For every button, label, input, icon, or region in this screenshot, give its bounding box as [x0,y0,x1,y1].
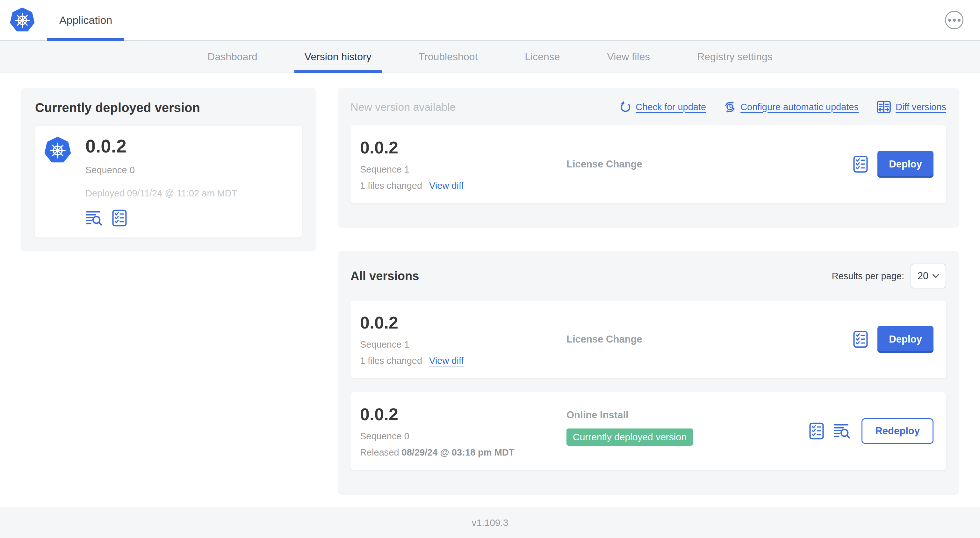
kubernetes-logo-icon [44,136,72,164]
tab-license[interactable]: License [514,41,570,73]
update-links: Check for update Configure automatic upd… [619,101,946,113]
app-header: Application [0,0,980,41]
version-details: 0.0.2 Sequence 0 Released 08/29/24 @ 03:… [360,404,566,458]
version-source-area: Online Install Currently deployed versio… [566,404,809,458]
preflight-checks-icon[interactable] [112,209,127,227]
deploy-logs-icon[interactable] [85,210,104,226]
main-content: Currently deployed version 0.0.2 Sequenc… [0,73,980,507]
app-footer: v1.109.3 [0,507,980,538]
tab-troubleshoot[interactable]: Troubleshoot [409,41,488,73]
version-source-area: License Change [566,138,853,191]
sequence-label: Sequence 1 [360,340,566,350]
version-details: 0.0.2 Sequence 1 1 files changed View di… [360,138,566,191]
preflight-checks-icon[interactable] [853,156,868,173]
results-per-page-label: Results per page: [832,271,904,281]
app-title: Application [59,14,112,26]
version-source-label: License Change [566,159,642,170]
app-page: Application Dashboard Version history Tr… [0,0,980,538]
tab-dashboard[interactable]: Dashboard [197,41,267,73]
diff-versions-label: Diff versions [896,102,946,113]
refresh-ccw-icon [619,101,631,113]
chevron-down-icon [932,274,939,278]
tab-registry-settings[interactable]: Registry settings [687,41,783,73]
currently-deployed-card: 0.0.2 Sequence 0 Deployed 09/11/24 @ 11:… [35,126,302,238]
preflight-checks-icon[interactable] [853,331,868,348]
version-row-sequence-1: 0.0.2 Sequence 1 1 files changed View di… [350,300,946,378]
version-actions: Redeploy [809,404,934,458]
right-column: New version available Check for update C… [338,88,959,495]
files-changed-label: 1 files changed [360,181,422,191]
check-for-update-label: Check for update [636,102,706,113]
version-row-sequence-0: 0.0.2 Sequence 0 Released 08/29/24 @ 03:… [350,392,946,470]
app-title-tab[interactable]: Application [47,0,124,40]
deploy-logs-icon[interactable] [834,424,852,439]
new-version-panel-header: New version available Check for update C… [350,101,946,113]
split-diff-icon [877,101,891,113]
deploy-button[interactable]: Deploy [877,151,934,178]
current-sequence-label: Sequence 0 [85,165,237,175]
released-date: 08/29/24 @ 03:18 pm MDT [402,447,514,457]
ellipsis-icon [948,19,961,22]
files-changed-row: 1 files changed View diff [360,181,566,191]
all-versions-title: All versions [350,269,419,283]
results-per-page-select[interactable]: 20 [910,263,946,289]
version-actions: Deploy [853,313,934,366]
version-source-label: Online Install [566,409,809,421]
kubernetes-logo-icon [10,7,35,33]
version-number: 0.0.2 [360,138,566,157]
version-actions: Deploy [853,138,934,191]
more-options-button[interactable] [945,11,963,29]
files-changed-row: 1 files changed View diff [360,355,566,366]
diff-versions-link[interactable]: Diff versions [877,101,946,113]
current-deployed-timestamp: Deployed 09/11/24 @ 11:02 am MDT [85,188,237,198]
tab-version-history[interactable]: Version history [294,41,382,73]
new-version-title: New version available [350,101,456,113]
results-per-page: Results per page: 20 [832,263,946,289]
check-for-update-link[interactable]: Check for update [619,101,706,113]
version-source-area: License Change [566,313,853,366]
version-details: 0.0.2 Sequence 1 1 files changed View di… [360,313,566,366]
released-timestamp: Released 08/29/24 @ 03:18 pm MDT [360,447,566,458]
currently-deployed-title: Currently deployed version [35,101,302,115]
current-version-actions [85,209,237,227]
version-number: 0.0.2 [360,313,566,332]
current-version-number: 0.0.2 [85,135,237,157]
files-changed-label: 1 files changed [360,355,422,366]
console-version-label: v1.109.3 [471,517,508,528]
preflight-checks-icon[interactable] [809,422,824,440]
results-per-page-value: 20 [918,270,928,282]
current-version-details: 0.0.2 Sequence 0 Deployed 09/11/24 @ 11:… [85,135,237,227]
configure-automatic-updates-link[interactable]: Configure automatic updates [724,101,859,113]
sequence-label: Sequence 1 [360,164,566,175]
version-number: 0.0.2 [360,404,566,424]
released-prefix: Released [360,447,402,457]
view-diff-link[interactable]: View diff [429,181,464,191]
tab-view-files[interactable]: View files [597,41,660,73]
version-source-label: License Change [566,333,642,345]
currently-deployed-badge: Currently deployed version [566,428,693,446]
new-version-panel: New version available Check for update C… [338,88,959,228]
redeploy-button[interactable]: Redeploy [861,418,934,444]
deploy-button[interactable]: Deploy [877,326,934,353]
configure-automatic-updates-label: Configure automatic updates [740,102,859,113]
clock-refresh-icon [724,101,736,113]
new-version-card: 0.0.2 Sequence 1 1 files changed View di… [350,125,946,203]
app-navbar: Dashboard Version history Troubleshoot L… [0,41,980,73]
all-versions-panel: All versions Results per page: 20 0.0.2 … [338,251,959,495]
view-diff-link[interactable]: View diff [429,355,464,366]
sequence-label: Sequence 0 [360,431,566,441]
currently-deployed-panel: Currently deployed version 0.0.2 Sequenc… [21,88,316,251]
all-versions-header: All versions Results per page: 20 [350,263,946,289]
